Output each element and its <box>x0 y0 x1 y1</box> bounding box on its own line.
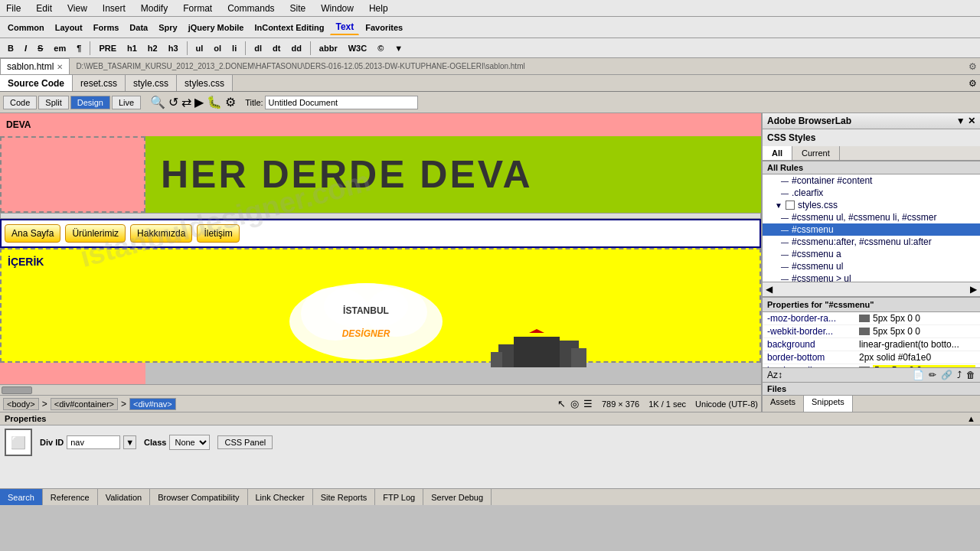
ul-button[interactable]: ul <box>191 41 208 55</box>
target-icon[interactable]: ◎ <box>570 398 579 409</box>
file-tab-reset[interactable]: reset.css <box>73 75 126 91</box>
toolbar-incontext[interactable]: InContext Editing <box>250 21 328 34</box>
prop-moz-border-icon[interactable] <box>859 315 870 322</box>
class-select[interactable]: None <box>169 435 210 450</box>
sync-icon[interactable]: ⇄ <box>181 95 191 109</box>
validation-tab[interactable]: Validation <box>98 489 151 505</box>
file-tabs-menu-icon[interactable]: ⚙ <box>965 78 980 89</box>
breadcrumb-nav[interactable]: <div#nav> <box>129 398 176 410</box>
split-view-button[interactable]: Split <box>38 96 68 109</box>
rule-cssmenu-ul2[interactable]: — #cssmenu ul <box>763 260 980 272</box>
scrollbar-thumb[interactable] <box>2 386 32 394</box>
bold-button[interactable]: B <box>3 41 18 55</box>
div-id-dropdown-icon[interactable]: ▼ <box>123 435 136 449</box>
menu-modify[interactable]: Modify <box>138 2 171 15</box>
settings-icon[interactable]: ⚙ <box>225 95 236 109</box>
search-tab[interactable]: Search <box>0 489 43 505</box>
toolbar-data[interactable]: Data <box>125 21 152 34</box>
toolbar-common[interactable]: Common <box>3 21 49 34</box>
div-id-input[interactable] <box>67 435 120 449</box>
scroll-right-icon[interactable]: ▶ <box>970 284 977 295</box>
inspect-icon[interactable]: 🔍 <box>150 95 165 109</box>
menu-format[interactable]: Format <box>180 2 215 15</box>
ftp-log-tab[interactable]: FTP Log <box>375 489 423 505</box>
ol-button[interactable]: ol <box>209 41 226 55</box>
edit-style-icon[interactable]: 🔗 <box>941 370 952 380</box>
detach-icon[interactable]: ⤴ <box>957 370 962 380</box>
az-sort-icon[interactable]: Az↕ <box>767 370 782 380</box>
nav-home[interactable]: Ana Sayfa <box>5 224 60 243</box>
menu-window[interactable]: Window <box>318 2 357 15</box>
design-view-button[interactable]: Design <box>70 96 110 109</box>
rule-cssmenu-gt-ul[interactable]: — #cssmenu > ul <box>763 272 980 282</box>
breadcrumb-container[interactable]: <div#container> <box>51 398 118 410</box>
prop-webkit-border[interactable]: -webkit-border... 5px 5px 0 0 <box>763 325 980 338</box>
dd-button[interactable]: dd <box>286 41 305 55</box>
h3-button[interactable]: h3 <box>164 41 183 55</box>
prop-background[interactable]: background linear-gradient(to botto... <box>763 338 980 351</box>
path-menu-icon[interactable]: ⚙ <box>965 61 980 72</box>
rule-styles-css[interactable]: ▼ styles.css <box>763 199 980 211</box>
rules-list[interactable]: — #container #content — .clearfix ▼ styl… <box>763 174 980 282</box>
assets-tab[interactable]: Assets <box>763 396 804 412</box>
li-button[interactable]: li <box>227 41 241 55</box>
tab-current[interactable]: Current <box>792 146 840 160</box>
rule-cssmenu-a[interactable]: — #cssmenu a <box>763 248 980 260</box>
scroll-left-icon[interactable]: ◀ <box>766 284 773 295</box>
browser-compat-tab[interactable]: Browser Compatibility <box>150 489 247 505</box>
delete-icon[interactable]: 🗑 <box>966 370 975 380</box>
dl-button[interactable]: dl <box>250 41 266 55</box>
breadcrumb-body[interactable]: <body> <box>3 398 39 410</box>
horizontal-scrollbar[interactable] <box>0 384 761 395</box>
em-button[interactable]: em <box>49 41 70 55</box>
refresh-icon[interactable]: ↺ <box>168 95 178 109</box>
toolbar-layout[interactable]: Layout <box>51 21 87 34</box>
rule-cssmenu-after[interactable]: — #cssmenu:after, #cssmenu ul:after <box>763 236 980 248</box>
menu-commands[interactable]: Commands <box>224 2 277 15</box>
scroll-arrows[interactable]: ◀ ▶ <box>763 282 980 297</box>
dt-button[interactable]: dt <box>268 41 285 55</box>
play-icon[interactable]: ▶ <box>194 95 204 109</box>
menu-file[interactable]: File <box>3 2 24 15</box>
h2-button[interactable]: h2 <box>143 41 162 55</box>
menu-insert[interactable]: Insert <box>100 2 129 15</box>
nav-about[interactable]: Hakkımızda <box>130 224 192 243</box>
prop-moz-border[interactable]: -moz-border-ra... 5px 5px 0 0 <box>763 312 980 325</box>
panel-controls[interactable]: ▼ ✕ <box>956 116 975 126</box>
strikethrough-button[interactable]: S <box>33 41 47 55</box>
server-debug-tab[interactable]: Server Debug <box>423 489 492 505</box>
file-tab-style[interactable]: style.css <box>126 75 177 91</box>
rule-cssmenu-highlighted[interactable]: — #cssmenu <box>763 223 980 236</box>
italic-button[interactable]: I <box>20 41 31 55</box>
site-reports-tab[interactable]: Site Reports <box>313 489 376 505</box>
snippets-tab[interactable]: Snippets <box>804 396 853 412</box>
menu2-icon[interactable]: ☰ <box>583 398 593 409</box>
code-view-button[interactable]: Code <box>3 96 37 109</box>
copyright-button[interactable]: © <box>373 41 388 55</box>
tab-close-icon[interactable]: ✕ <box>57 63 63 71</box>
abbr-button[interactable]: abbr <box>315 41 342 55</box>
file-tab-styles[interactable]: styles.css <box>177 75 233 91</box>
title-input[interactable] <box>265 96 418 109</box>
toolbar-text[interactable]: Text <box>330 19 359 35</box>
prop-border-bottom[interactable]: border-bottom 2px solid #0fa1e0 <box>763 351 980 364</box>
h1-button[interactable]: h1 <box>122 41 142 55</box>
reference-tab[interactable]: Reference <box>43 489 98 505</box>
rule-container-content[interactable]: — #container #content <box>763 174 980 187</box>
menu-site[interactable]: Site <box>287 2 309 15</box>
pre-button[interactable]: PRE <box>94 41 121 55</box>
file-tab-source[interactable]: Source Code <box>0 75 73 91</box>
special-button[interactable]: ▼ <box>390 41 407 55</box>
menu-edit[interactable]: Edit <box>33 2 55 15</box>
w3c-button[interactable]: W3C <box>344 41 371 55</box>
debug-icon[interactable]: 🐛 <box>207 95 222 109</box>
expand-icon[interactable]: ▼ <box>775 201 782 210</box>
toolbar-spry[interactable]: Spry <box>154 21 181 34</box>
nav-contact[interactable]: İletişim <box>197 224 239 243</box>
tab-all[interactable]: All <box>763 146 792 160</box>
menu-view[interactable]: View <box>64 2 90 15</box>
rule-clearfix[interactable]: — .clearfix <box>763 187 980 199</box>
toolbar-favorites[interactable]: Favorites <box>361 21 407 34</box>
prop-webkit-border-icon[interactable] <box>859 328 870 335</box>
new-css-property-icon[interactable]: ✏ <box>929 370 936 380</box>
